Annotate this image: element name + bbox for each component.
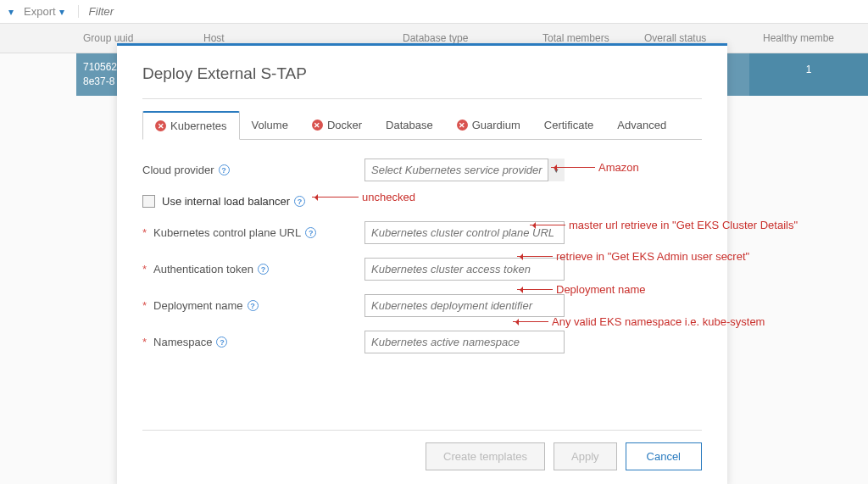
error-icon: ✕ bbox=[457, 120, 468, 131]
filter-input[interactable] bbox=[89, 5, 259, 18]
help-icon[interactable]: ? bbox=[294, 196, 305, 207]
annotation-amazon: Amazon bbox=[551, 161, 639, 174]
chevron-down-icon[interactable]: ▾ bbox=[8, 6, 14, 18]
use-lb-label: Use internal load balancer bbox=[162, 195, 290, 208]
deploy-name-label: Deployment name bbox=[153, 299, 243, 312]
error-icon: ✕ bbox=[312, 120, 323, 131]
export-button[interactable]: Export ▾ bbox=[24, 5, 64, 18]
auth-token-label: Authentication token bbox=[153, 263, 253, 275]
tabs: ✕ Kubernetes Volume ✕ Docker Database ✕ … bbox=[142, 111, 702, 140]
required-icon: * bbox=[142, 226, 147, 239]
toolbar: ▾ Export ▾ bbox=[0, 0, 868, 24]
annotation-master-url: master url retrieve in "Get EKS Cluster … bbox=[530, 219, 798, 231]
cancel-button[interactable]: Cancel bbox=[626, 442, 702, 470]
tab-kubernetes[interactable]: ✕ Kubernetes bbox=[142, 111, 240, 140]
use-lb-checkbox[interactable] bbox=[142, 195, 155, 208]
help-icon[interactable]: ? bbox=[305, 227, 316, 238]
namespace-input[interactable] bbox=[364, 331, 565, 353]
chevron-down-icon: ▾ bbox=[59, 6, 64, 18]
annotation-admin-secret: retrieve in "Get EKS Admin user secret" bbox=[517, 250, 749, 263]
required-icon: * bbox=[142, 336, 147, 348]
row-deploy-name: * Deployment name ? bbox=[142, 294, 702, 317]
apply-button[interactable]: Apply bbox=[554, 442, 617, 470]
cloud-provider-select[interactable] bbox=[364, 159, 565, 181]
help-icon[interactable]: ? bbox=[248, 300, 259, 311]
help-icon[interactable]: ? bbox=[258, 264, 269, 275]
required-icon: * bbox=[142, 263, 147, 275]
tab-certificate[interactable]: Certificate bbox=[532, 111, 606, 140]
tab-guardium[interactable]: ✕ Guardium bbox=[445, 111, 532, 140]
tab-volume[interactable]: Volume bbox=[240, 111, 300, 140]
deploy-name-input[interactable] bbox=[364, 294, 565, 317]
row-use-lb: Use internal load balancer ? bbox=[142, 195, 702, 208]
annotation-unchecked: unchecked bbox=[312, 191, 415, 203]
cell-healthy: 1 bbox=[749, 53, 868, 96]
help-icon[interactable]: ? bbox=[219, 164, 230, 175]
create-templates-button[interactable]: Create templates bbox=[426, 442, 545, 470]
required-icon: * bbox=[142, 299, 147, 312]
cloud-provider-label: Cloud provider bbox=[142, 164, 214, 176]
filter-container bbox=[78, 5, 259, 18]
deploy-dialog: Deploy External S-TAP ✕ Kubernetes Volum… bbox=[117, 43, 727, 484]
tab-database[interactable]: Database bbox=[374, 111, 445, 140]
col-healthy[interactable]: Healthy membe bbox=[756, 24, 868, 53]
dialog-buttons: Create templates Apply Cancel bbox=[142, 442, 702, 470]
control-url-label: Kubernetes control plane URL bbox=[153, 226, 301, 239]
annotation-namespace: Any valid EKS namespace i.e. kube-system bbox=[513, 315, 765, 328]
namespace-label: Namespace bbox=[153, 336, 212, 348]
row-namespace: * Namespace ? bbox=[142, 331, 702, 353]
help-icon[interactable]: ? bbox=[216, 337, 227, 348]
tab-advanced[interactable]: Advanced bbox=[605, 111, 678, 140]
dialog-title: Deploy External S-TAP bbox=[142, 64, 702, 83]
export-label: Export bbox=[24, 5, 56, 18]
annotation-deploy-name: Deployment name bbox=[517, 283, 646, 296]
error-icon: ✕ bbox=[155, 120, 166, 131]
tab-docker[interactable]: ✕ Docker bbox=[300, 111, 374, 140]
